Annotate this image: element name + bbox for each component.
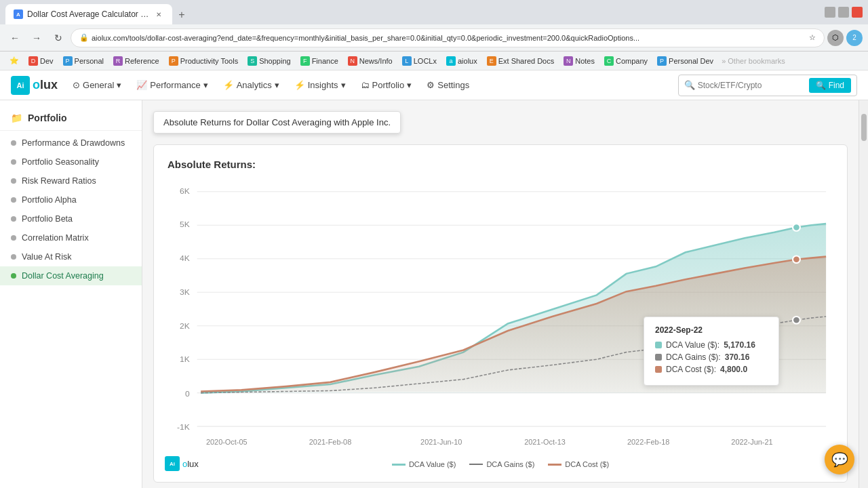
search-box: 🔍 🔍 Find bbox=[678, 75, 857, 96]
other-bookmarks[interactable]: » Other bookmarks bbox=[722, 57, 785, 65]
svg-text:2K: 2K bbox=[180, 321, 190, 330]
chart-container: Absolute Returns: bbox=[153, 144, 848, 483]
tooltip-dca-value: DCA Value ($): 5,170.16 bbox=[655, 340, 768, 350]
svg-text:2021-Jun-10: 2021-Jun-10 bbox=[420, 439, 462, 447]
analytics-icon: ⚡ bbox=[223, 80, 234, 90]
sidebar-item-risk-reward[interactable]: Risk Reward Ratios bbox=[0, 171, 142, 190]
tab-close-button[interactable]: ✕ bbox=[153, 9, 164, 20]
svg-text:-1K: -1K bbox=[177, 423, 190, 432]
portfolio-icon: 🗂 bbox=[361, 80, 370, 90]
scroll-thumb[interactable] bbox=[861, 114, 867, 141]
bookmark-finance[interactable]: F Finance bbox=[296, 55, 342, 67]
general-icon: ⊙ bbox=[73, 80, 80, 90]
find-button[interactable]: 🔍 Find bbox=[809, 78, 851, 93]
main-content: Absolute Returns for Dollar Cost Averagi… bbox=[142, 100, 859, 488]
sidebar-item-portfolio-seasonality[interactable]: Portfolio Seasonality bbox=[0, 152, 142, 171]
page-banner: Absolute Returns for Dollar Cost Averagi… bbox=[153, 111, 401, 134]
title-bar: A Dollar Cost Average Calculator f... ✕ … bbox=[0, 0, 868, 24]
nav-bar: ← → ↻ 🔒 aiolux.com/tools/dollar-cost-ave… bbox=[0, 24, 868, 52]
bookmark-loclx[interactable]: L LOCLx bbox=[398, 55, 441, 67]
nav-insights[interactable]: ⚡ Insights ▾ bbox=[288, 76, 353, 94]
bookmark-dev[interactable]: D Dev bbox=[24, 55, 58, 67]
window-minimize[interactable] bbox=[825, 7, 835, 18]
legend-dca-gains: DCA Gains ($) bbox=[469, 460, 534, 468]
nav-settings[interactable]: ⚙ Settings bbox=[420, 76, 476, 94]
general-chevron: ▾ bbox=[117, 80, 121, 90]
app-logo[interactable]: Ai olux bbox=[11, 76, 58, 95]
insights-chevron: ▾ bbox=[341, 80, 346, 90]
star-icon[interactable]: ☆ bbox=[809, 33, 816, 42]
profile-button[interactable]: 2 bbox=[846, 30, 863, 46]
forward-button[interactable]: → bbox=[27, 28, 46, 47]
bookmark-company[interactable]: C Company bbox=[600, 55, 652, 67]
bookmark-personal[interactable]: P Personal bbox=[59, 55, 108, 67]
sidebar-header: 📁 Portfolio bbox=[0, 106, 142, 131]
sidebar-item-performance-drawdowns[interactable]: Performance & Drawdowns bbox=[0, 134, 142, 152]
window-maximize[interactable] bbox=[838, 7, 849, 18]
nav-menu: ⊙ General ▾ 📈 Performance ▾ ⚡ Analytics … bbox=[66, 76, 675, 94]
bookmark-productivity[interactable]: P Productivity Tools bbox=[165, 55, 242, 67]
nav-portfolio[interactable]: 🗂 Portfolio ▾ bbox=[354, 76, 419, 94]
performance-chevron: ▾ bbox=[203, 80, 208, 90]
svg-text:0: 0 bbox=[185, 389, 190, 398]
bookmarks-bar: ⭐ D Dev P Personal R Reference P Product… bbox=[0, 52, 868, 70]
bookmark-reference[interactable]: R Reference bbox=[109, 55, 163, 67]
window-close[interactable] bbox=[852, 7, 863, 18]
svg-text:2021-Oct-13: 2021-Oct-13 bbox=[524, 439, 566, 447]
dot-icon bbox=[11, 140, 16, 146]
chat-icon: 💬 bbox=[831, 451, 848, 468]
nav-general[interactable]: ⊙ General ▾ bbox=[66, 76, 128, 94]
address-bar[interactable]: 🔒 aiolux.com/tools/dollar-cost-averaging… bbox=[71, 28, 825, 47]
svg-text:5K: 5K bbox=[180, 220, 190, 229]
sidebar-item-portfolio-alpha[interactable]: Portfolio Alpha bbox=[0, 190, 142, 209]
dot-icon bbox=[11, 159, 16, 165]
app-content: Ai olux ⊙ General ▾ 📈 Performance ▾ bbox=[0, 70, 868, 488]
browser-frame: A Dollar Cost Average Calculator f... ✕ … bbox=[0, 0, 868, 488]
legend-dca-cost: DCA Cost ($) bbox=[548, 460, 609, 468]
chart-area: 6K 5K 4K 3K 2K 1K 0 -1K bbox=[167, 181, 833, 452]
sidebar-item-correlation-matrix[interactable]: Correlation Matrix bbox=[0, 228, 142, 247]
performance-icon: 📈 bbox=[136, 80, 147, 90]
extensions-button[interactable]: ⬡ bbox=[827, 30, 844, 46]
search-input[interactable] bbox=[698, 81, 806, 90]
right-scrollbar[interactable] bbox=[859, 100, 868, 488]
app-header: Ai olux ⊙ General ▾ 📈 Performance ▾ bbox=[0, 70, 868, 100]
legend-line-dca-value bbox=[392, 464, 406, 466]
nav-actions: ⬡ 2 bbox=[827, 30, 863, 46]
bookmark-notes[interactable]: N Notes bbox=[559, 55, 599, 67]
nav-performance[interactable]: 📈 Performance ▾ bbox=[130, 76, 214, 94]
tab-favicon: A bbox=[14, 9, 23, 19]
search-icon: 🔍 bbox=[684, 80, 695, 90]
dot-icon bbox=[11, 197, 16, 203]
refresh-button[interactable]: ↻ bbox=[49, 28, 68, 47]
new-tab-button[interactable]: + bbox=[172, 5, 191, 24]
body-layout: 📁 Portfolio Performance & Drawdowns Port… bbox=[0, 100, 868, 488]
analytics-chevron: ▾ bbox=[275, 80, 279, 90]
sidebar-item-portfolio-beta[interactable]: Portfolio Beta bbox=[0, 209, 142, 228]
watermark-text: olux bbox=[182, 459, 199, 469]
sidebar-item-dollar-cost-averaging[interactable]: Dollar Cost Averaging bbox=[0, 266, 142, 285]
find-icon: 🔍 bbox=[816, 81, 826, 90]
bookmark-ext-shared[interactable]: E Ext Shared Docs bbox=[483, 55, 559, 67]
active-tab[interactable]: A Dollar Cost Average Calculator f... ✕ bbox=[5, 4, 172, 24]
chat-button[interactable]: 💬 bbox=[825, 445, 854, 474]
bookmark-news[interactable]: N News/Info bbox=[344, 55, 397, 67]
svg-point-17 bbox=[793, 256, 800, 264]
logo-text: olux bbox=[33, 78, 58, 92]
dot-icon bbox=[11, 235, 16, 241]
nav-analytics[interactable]: ⚡ Analytics ▾ bbox=[216, 76, 286, 94]
dot-icon bbox=[11, 178, 16, 184]
dot-icon bbox=[11, 273, 16, 279]
bookmark-aiolux[interactable]: a aiolux bbox=[442, 55, 481, 67]
bookmark-shopping[interactable]: S Shopping bbox=[243, 55, 295, 67]
back-button[interactable]: ← bbox=[5, 28, 24, 47]
sidebar-item-value-at-risk[interactable]: Value At Risk bbox=[0, 247, 142, 266]
dot-icon bbox=[11, 254, 16, 260]
tooltip-dca-gains: DCA Gains ($): 370.16 bbox=[655, 352, 768, 362]
bookmark-personal-dev[interactable]: P Personal Dev bbox=[653, 55, 717, 67]
portfolio-chevron: ▾ bbox=[407, 80, 412, 90]
watermark: Ai olux bbox=[165, 456, 199, 471]
bookmarks-icon[interactable]: ⭐ bbox=[5, 55, 23, 66]
svg-text:4K: 4K bbox=[180, 253, 190, 262]
settings-icon: ⚙ bbox=[427, 80, 435, 90]
